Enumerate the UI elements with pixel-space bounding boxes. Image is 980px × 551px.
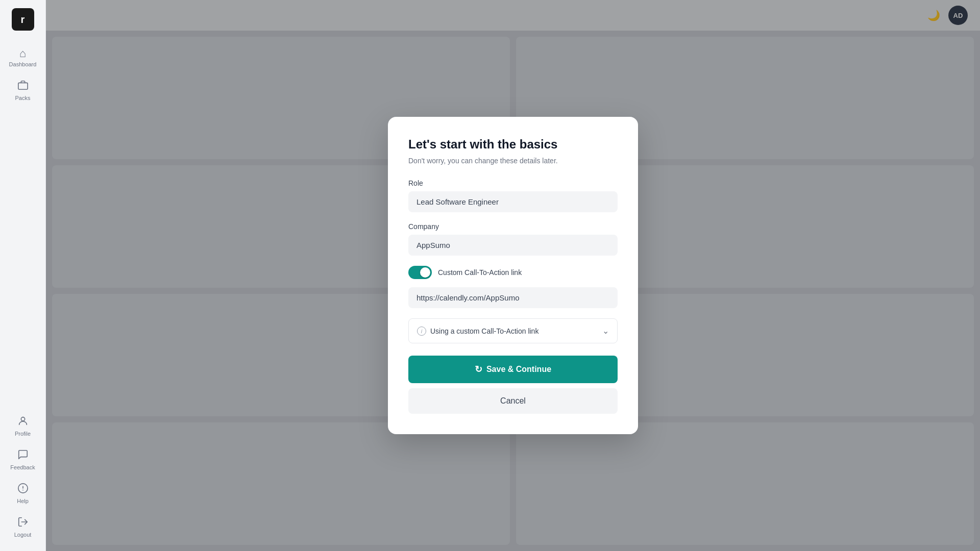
sidebar-item-profile-label: Profile xyxy=(15,431,31,437)
sidebar-nav: ⌂ Dashboard Packs xyxy=(0,43,45,410)
main-content: 🌙 AD Let's start with the basics Don't w… xyxy=(46,0,980,551)
info-dropdown-left: i Using a custom Call-To-Action link xyxy=(417,327,538,336)
toggle-knob xyxy=(420,267,430,278)
role-input[interactable] xyxy=(408,191,618,212)
role-label: Role xyxy=(408,179,618,187)
cancel-button[interactable]: Cancel xyxy=(408,388,618,414)
modal-subtitle: Don't worry, you can change these detail… xyxy=(408,157,618,165)
sidebar: r ⌂ Dashboard Packs Profile xyxy=(0,0,46,551)
sidebar-item-dashboard-label: Dashboard xyxy=(9,61,37,67)
info-icon: i xyxy=(417,327,426,336)
sidebar-item-logout-label: Logout xyxy=(14,532,32,538)
refresh-icon: ↻ xyxy=(475,364,482,375)
sidebar-item-profile[interactable]: Profile xyxy=(3,410,43,442)
packs-icon xyxy=(17,80,29,93)
company-label: Company xyxy=(408,222,618,231)
sidebar-bottom: Profile Feedback Help L xyxy=(0,410,45,543)
feedback-icon xyxy=(17,449,29,462)
svg-point-1 xyxy=(21,417,24,421)
svg-rect-0 xyxy=(18,83,27,89)
sidebar-item-help[interactable]: Help xyxy=(3,478,43,509)
cta-toggle-label: Custom Call-To-Action link xyxy=(438,268,522,277)
sidebar-item-feedback-label: Feedback xyxy=(10,464,35,470)
save-button-label: Save & Continue xyxy=(486,365,551,374)
sidebar-item-help-label: Help xyxy=(17,498,29,504)
sidebar-item-packs[interactable]: Packs xyxy=(3,74,43,106)
cta-url-input[interactable] xyxy=(408,287,618,308)
cta-url-field-group xyxy=(408,287,618,308)
sidebar-item-logout[interactable]: Logout xyxy=(3,511,43,543)
info-dropdown-label: Using a custom Call-To-Action link xyxy=(430,327,538,335)
sidebar-logo[interactable]: r xyxy=(12,8,34,31)
cta-toggle[interactable] xyxy=(408,266,432,279)
modal-overlay: Let's start with the basics Don't worry,… xyxy=(46,0,980,551)
sidebar-item-feedback[interactable]: Feedback xyxy=(3,444,43,475)
logo-icon: r xyxy=(21,14,25,26)
chevron-down-icon: ⌄ xyxy=(602,326,609,336)
role-field-group: Role xyxy=(408,179,618,212)
company-input[interactable] xyxy=(408,235,618,256)
company-field-group: Company xyxy=(408,222,618,256)
profile-icon xyxy=(17,415,29,429)
logout-icon xyxy=(17,516,29,530)
home-icon: ⌂ xyxy=(19,48,26,59)
save-continue-button[interactable]: ↻ Save & Continue xyxy=(408,356,618,383)
sidebar-item-packs-label: Packs xyxy=(15,95,31,101)
info-dropdown[interactable]: i Using a custom Call-To-Action link ⌄ xyxy=(408,318,618,343)
cta-toggle-row: Custom Call-To-Action link xyxy=(408,266,618,279)
modal-title: Let's start with the basics xyxy=(408,137,618,152)
sidebar-item-dashboard[interactable]: ⌂ Dashboard xyxy=(3,43,43,72)
modal: Let's start with the basics Don't worry,… xyxy=(388,117,638,434)
help-icon xyxy=(17,483,29,496)
